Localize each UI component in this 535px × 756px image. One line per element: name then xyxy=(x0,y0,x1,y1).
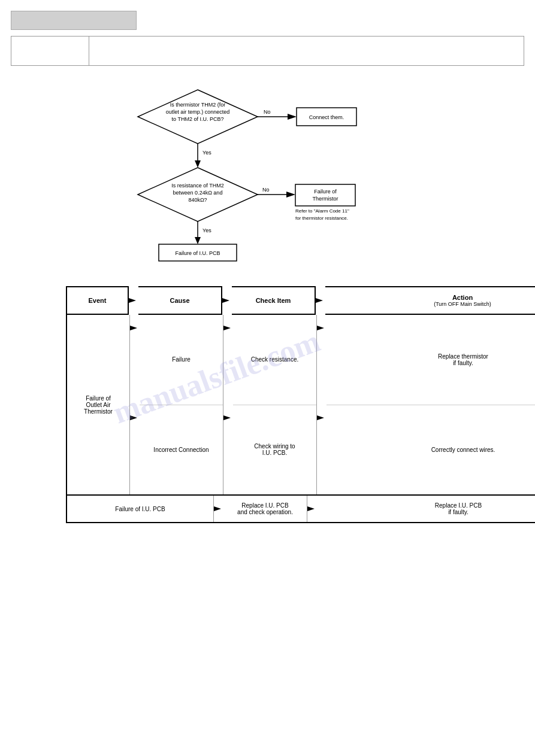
svg-marker-38 xyxy=(214,506,221,511)
svg-marker-37 xyxy=(317,415,324,420)
svg-marker-36 xyxy=(317,326,324,330)
th-action: Action (Turn OFF Main Switch) xyxy=(325,286,535,315)
th-check-item: Check Item xyxy=(232,286,316,315)
td-action-group-thermistor: Replace thermistor if faulty. Correctly … xyxy=(327,315,535,494)
svg-marker-18 xyxy=(286,192,295,198)
svg-marker-11 xyxy=(195,160,201,168)
info-col2 xyxy=(89,37,524,65)
td-event-thermistor: Failure of Outlet Air Thermistor xyxy=(67,315,130,494)
trouble-table: Event Cause Check Item Action (Turn OFF … xyxy=(66,286,535,523)
td-check-resistance: Check resistance. xyxy=(233,315,316,405)
td-pcb-action: Replace I.U. PCB if faulty. xyxy=(317,496,535,522)
svg-text:No: No xyxy=(264,109,271,115)
info-col1 xyxy=(11,37,89,65)
svg-marker-26 xyxy=(195,237,201,244)
table-row-thermistor: Failure of Outlet Air Thermistor Failure… xyxy=(66,315,535,496)
td-check-group-thermistor: Check resistance. Check wiring to I.U. P… xyxy=(233,315,317,494)
svg-text:Failure of: Failure of xyxy=(314,189,337,195)
svg-marker-34 xyxy=(223,326,231,330)
svg-text:between 0.24kΩ and: between 0.24kΩ and xyxy=(173,190,223,196)
svg-marker-35 xyxy=(223,415,231,420)
flowchart-area: Is thermistor THM2 (for outlet air temp.… xyxy=(0,78,535,287)
svg-marker-32 xyxy=(130,326,137,330)
svg-text:Yes: Yes xyxy=(202,227,211,233)
info-table xyxy=(11,36,524,66)
svg-text:outlet air temp.) connected: outlet air temp.) connected xyxy=(166,109,230,115)
td-check-wiring: Check wiring to I.U. PCB. xyxy=(233,405,316,495)
header-title-box xyxy=(11,11,137,30)
svg-text:Yes: Yes xyxy=(202,150,211,156)
svg-rect-19 xyxy=(295,184,355,206)
svg-text:Refer to "Alarm Code 11": Refer to "Alarm Code 11" xyxy=(295,208,349,214)
svg-text:Thermistor: Thermistor xyxy=(312,196,338,202)
flowchart-svg: Is thermistor THM2 (for outlet air temp.… xyxy=(0,78,535,287)
svg-marker-6 xyxy=(288,114,297,120)
svg-text:Is thermistor THM2 (for: Is thermistor THM2 (for xyxy=(170,102,225,108)
table-header-row: Event Cause Check Item Action (Turn OFF … xyxy=(66,286,535,315)
th-event: Event xyxy=(66,286,129,315)
th-cause: Cause xyxy=(138,286,222,315)
svg-text:840kΩ?: 840kΩ? xyxy=(188,197,207,203)
td-pcb-check: Replace I.U. PCB and check operation. xyxy=(223,496,307,522)
td-action-replace-thermistor: Replace thermistor if faulty. xyxy=(327,315,535,405)
td-cause-incorrect: Incorrect Connection xyxy=(140,405,223,495)
svg-text:Is resistance of THM2: Is resistance of THM2 xyxy=(171,183,223,189)
svg-text:for thermistor resistance.: for thermistor resistance. xyxy=(295,215,348,221)
table-row-pcb: Failure of I.U. PCB Replace I.U. PCB and… xyxy=(66,496,535,523)
svg-text:to THM2 of I.U. PCB?: to THM2 of I.U. PCB? xyxy=(172,116,224,122)
svg-text:No: No xyxy=(262,187,270,193)
svg-text:Failure of I.U. PCB: Failure of I.U. PCB xyxy=(175,250,220,256)
td-cause-failure: Failure xyxy=(140,315,223,405)
svg-marker-31 xyxy=(316,298,323,303)
td-pcb-event: Failure of I.U. PCB xyxy=(67,496,214,522)
svg-marker-39 xyxy=(307,506,315,511)
svg-marker-33 xyxy=(130,415,137,420)
svg-marker-29 xyxy=(129,298,136,303)
td-action-connect-wires: Correctly connect wires. xyxy=(327,405,535,495)
svg-text:Connect them.: Connect them. xyxy=(309,114,344,120)
td-cause-group-thermistor: Failure Incorrect Connection xyxy=(140,315,223,494)
svg-marker-30 xyxy=(222,298,229,303)
